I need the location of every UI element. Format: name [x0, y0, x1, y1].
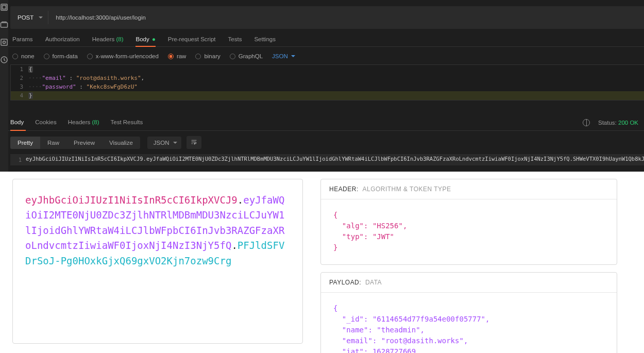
- radio-raw[interactable]: raw: [168, 53, 187, 59]
- view-pretty[interactable]: Pretty: [10, 137, 40, 149]
- collections-icon[interactable]: [0, 3, 8, 11]
- radio-raw-label: raw: [177, 53, 187, 59]
- request-body-editor[interactable]: 1{ 2····"email" : "root@dasith.works", 3…: [10, 64, 644, 100]
- raw-format-label: JSON: [272, 53, 288, 59]
- encoded-jwt[interactable]: eyJhbGciOiJIUzI1NiIsInR5cCI6IkpXVCJ9.eyJ…: [25, 193, 290, 268]
- resp-headers-count: (8): [92, 119, 99, 125]
- tab-authorization[interactable]: Authorization: [45, 36, 80, 42]
- alg-value: "HS256": [372, 222, 403, 230]
- tab-body-label: Body: [135, 36, 149, 42]
- view-raw[interactable]: Raw: [40, 137, 66, 149]
- api-client-panel: POST http://localhost:3000/api/user/logi…: [0, 0, 644, 172]
- radio-xwww[interactable]: x-www-form-urlencoded: [87, 53, 159, 59]
- radio-binary[interactable]: binary: [195, 53, 220, 59]
- decoded-column: HEADER: ALGORITHM & TOKEN TYPE { "alg": …: [320, 179, 617, 353]
- decoded-header-title: HEADER: ALGORITHM & TOKEN TYPE: [321, 179, 617, 199]
- response-meta: Status: 200 OK Time: 518 ms Size: 66: [583, 119, 644, 126]
- tab-prerequest[interactable]: Pre-request Script: [168, 36, 216, 42]
- alg-key: "alg": [342, 222, 364, 230]
- decoded-payload-section: PAYLOAD: DATA { "_id": "6114654d77f9a54e…: [320, 272, 617, 353]
- raw-format-select[interactable]: JSON: [272, 53, 295, 59]
- apis-icon[interactable]: [0, 21, 8, 29]
- svg-rect-2: [1, 23, 8, 27]
- request-tabs: Params Authorization Headers (8) Body ● …: [8, 29, 644, 47]
- encoded-jwt-card: eyJhbGciOiJIUzI1NiIsInR5cCI6IkpXVCJ9.eyJ…: [12, 179, 303, 344]
- chevron-down-icon: [291, 55, 295, 57]
- radio-xwww-label: x-www-form-urlencoded: [96, 53, 159, 59]
- view-preview[interactable]: Preview: [66, 137, 102, 149]
- decoded-header-section: HEADER: ALGORITHM & TOKEN TYPE { "alg": …: [320, 179, 617, 265]
- svg-point-4: [3, 41, 6, 44]
- iat-value: 1628727669: [372, 347, 416, 353]
- jwt-panel: eyJhbGciOiJIUzI1NiIsInR5cCI6IkpXVCJ9.eyJ…: [0, 172, 644, 353]
- globe-icon[interactable]: [583, 119, 590, 126]
- name-value: "theadmin": [377, 326, 420, 334]
- tab-tests[interactable]: Tests: [228, 36, 242, 42]
- typ-key: "typ": [342, 232, 364, 241]
- tab-headers[interactable]: Headers (8): [92, 36, 124, 42]
- iat-key: "iat": [342, 347, 364, 353]
- resp-tab-headers[interactable]: Headers (8): [68, 119, 99, 125]
- tab-settings[interactable]: Settings: [254, 36, 276, 42]
- resp-tab-cookies[interactable]: Cookies: [35, 119, 57, 125]
- typ-value: "JWT": [372, 232, 394, 241]
- json-key-email: "email": [42, 75, 66, 81]
- radio-none[interactable]: none: [12, 53, 35, 59]
- status-group: Status: 200 OK: [598, 120, 638, 126]
- tab-params[interactable]: Params: [12, 36, 33, 42]
- status-value: 200 OK: [618, 120, 638, 126]
- response-format-select[interactable]: JSON: [147, 137, 182, 149]
- body-type-row: none form-data x-www-form-urlencoded raw…: [8, 47, 644, 64]
- json-val-password: "Kekc8swFgD6zU": [87, 83, 138, 90]
- radio-binary-label: binary: [204, 53, 220, 59]
- response-tabs: Body Cookies Headers (8) Test Results St…: [8, 100, 644, 131]
- payload-sublabel: DATA: [365, 279, 382, 286]
- history-icon[interactable]: [0, 56, 8, 64]
- decoded-header-body[interactable]: { "alg": "HS256", "typ": "JWT"}: [321, 199, 617, 264]
- tab-body[interactable]: Body ●: [135, 36, 155, 42]
- body-modified-dot: ●: [150, 36, 156, 42]
- tab-headers-label: Headers: [92, 36, 114, 42]
- resp-tab-tests[interactable]: Test Results: [111, 119, 143, 125]
- header-sublabel: ALGORITHM & TOKEN TYPE: [363, 186, 451, 193]
- resp-tab-body[interactable]: Body: [10, 119, 24, 125]
- decoded-payload-title: PAYLOAD: DATA: [321, 273, 617, 293]
- line-number: 1: [10, 156, 26, 164]
- resp-headers-label: Headers: [68, 119, 90, 125]
- name-key: "name": [342, 326, 368, 334]
- response-toolbar: Pretty Raw Preview Visualize JSON: [8, 131, 644, 154]
- json-key-password: "password": [42, 83, 76, 90]
- email-key: "email": [342, 337, 372, 345]
- headers-count: (8): [116, 36, 123, 42]
- radio-graphql[interactable]: GraphQL: [230, 53, 263, 59]
- payload-label: PAYLOAD:: [329, 279, 361, 286]
- svg-rect-3: [1, 39, 7, 45]
- id-value: "6114654d77f9a54e00f05777": [372, 315, 485, 323]
- http-method-select[interactable]: POST: [10, 14, 48, 21]
- json-val-email: "root@dasith.works": [76, 75, 141, 81]
- monitors-icon[interactable]: [0, 38, 8, 46]
- response-body[interactable]: 1 eyJhbGciOiJIUzI1NiIsInR5cCI6IkpXVCJ9.e…: [10, 154, 644, 165]
- left-rail: [0, 0, 8, 172]
- id-key: "_id": [342, 315, 364, 323]
- email-value: "root@dasith.works": [381, 337, 464, 345]
- svg-rect-1: [3, 6, 6, 9]
- radio-graphql-label: GraphQL: [239, 53, 263, 59]
- decoded-payload-body[interactable]: { "_id": "6114654d77f9a54e00f05777", "na…: [321, 293, 617, 353]
- url-input[interactable]: http://localhost:3000/api/user/login: [48, 14, 644, 21]
- response-token: eyJhbGciOiJIUzI1NiIsInR5cCI6IkpXVCJ9.eyJ…: [26, 156, 644, 164]
- header-label: HEADER:: [329, 186, 359, 193]
- status-label: Status:: [598, 120, 617, 126]
- jwt-header-segment: eyJhbGciOiJIUzI1NiIsInR5cCI6IkpXVCJ9: [25, 194, 238, 206]
- request-bar: POST http://localhost:3000/api/user/logi…: [10, 6, 644, 29]
- radio-none-label: none: [21, 53, 35, 59]
- view-visualize[interactable]: Visualize: [102, 137, 140, 149]
- radio-formdata-label: form-data: [53, 53, 78, 59]
- view-mode-segment: Pretty Raw Preview Visualize: [10, 137, 140, 149]
- wrap-lines-button[interactable]: [187, 136, 201, 149]
- radio-formdata[interactable]: form-data: [44, 53, 78, 59]
